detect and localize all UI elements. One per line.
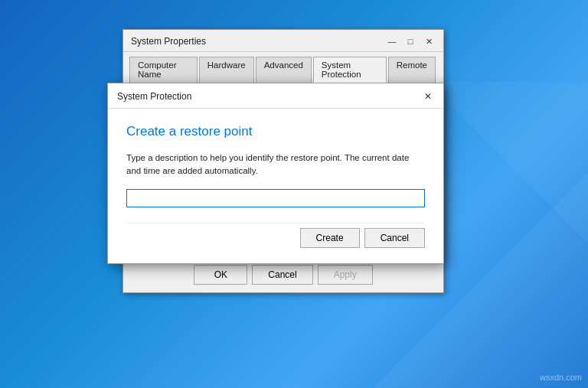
tab-advanced[interactable]: Advanced — [256, 57, 312, 83]
dialog-create-button[interactable]: Create — [300, 228, 360, 248]
cancel-button[interactable]: Cancel — [252, 265, 312, 285]
window-controls: — □ ✕ — [384, 34, 437, 48]
tab-hardware[interactable]: Hardware — [199, 57, 254, 83]
system-properties-titlebar: System Properties — □ ✕ — [123, 30, 443, 52]
dialog-heading: Create a restore point — [126, 124, 425, 139]
tab-system-protection[interactable]: System Protection — [313, 57, 387, 83]
apply-button[interactable]: Apply — [318, 265, 373, 285]
minimize-button[interactable]: — — [384, 34, 400, 48]
dialog-cancel-button[interactable]: Cancel — [364, 228, 425, 248]
restore-point-description-input[interactable] — [126, 189, 425, 207]
ok-button[interactable]: OK — [194, 265, 247, 285]
dialog-buttons: Create Cancel — [126, 223, 425, 251]
dialog-close-button[interactable]: ✕ — [420, 90, 436, 103]
tabs-row: Computer Name Hardware Advanced System P… — [123, 52, 443, 83]
maximize-button[interactable]: □ — [402, 34, 419, 48]
system-properties-title: System Properties — [131, 36, 206, 47]
tab-remote[interactable]: Remote — [388, 57, 436, 83]
desktop: System Properties — □ ✕ Computer Name Ha… — [0, 0, 588, 388]
dialog-content: Create a restore point Type a descriptio… — [108, 109, 443, 263]
tab-computer-name[interactable]: Computer Name — [129, 57, 198, 83]
system-protection-dialog: System Protection ✕ Create a restore poi… — [107, 83, 444, 264]
dialog-title: System Protection — [117, 91, 191, 102]
dialog-description: Type a description to help you identify … — [126, 152, 425, 178]
close-button[interactable]: ✕ — [420, 34, 437, 48]
dialog-titlebar: System Protection ✕ — [108, 83, 443, 109]
watermark: wsxdn.com — [540, 373, 582, 382]
